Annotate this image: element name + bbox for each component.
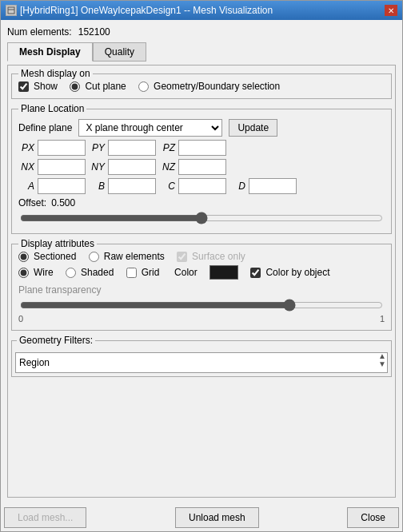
nxyz-row: NX 1 NY 0 NZ 0: [18, 159, 385, 175]
transparency-max-label: 1: [380, 314, 385, 324]
grid-label[interactable]: Grid: [142, 267, 160, 278]
num-elements-row: Num elements: 152100: [7, 25, 396, 39]
ny-input[interactable]: 0: [108, 159, 156, 175]
shaded-label[interactable]: Shaded: [81, 267, 114, 278]
mesh-display-on-title: Mesh display on: [18, 68, 93, 79]
cut-plane-label[interactable]: Cut plane: [85, 81, 126, 92]
plane-transparency-label: Plane transparency: [18, 284, 101, 296]
define-plane-row: Define plane X plane through center Y pl…: [18, 119, 385, 137]
sectioned-radio[interactable]: [18, 252, 29, 262]
ny-label: NY: [89, 161, 105, 173]
show-label[interactable]: Show: [34, 81, 58, 92]
offset-label: Offset:: [18, 197, 46, 208]
geo-boundary-radio[interactable]: [138, 81, 149, 92]
abcd-row: A 1 B 0 C 0 D 0: [18, 178, 385, 194]
load-mesh-button[interactable]: Load mesh...: [4, 507, 86, 528]
c-input[interactable]: 0: [178, 178, 226, 194]
title-bar-left: [HybridRing1] OneWayIcepakDesign1 -- Mes…: [6, 5, 273, 16]
pz-label: PZ: [159, 142, 175, 153]
offset-slider-container: [18, 212, 385, 227]
close-icon[interactable]: ✕: [385, 5, 397, 16]
raw-elements-label[interactable]: Raw elements: [104, 251, 165, 262]
update-button[interactable]: Update: [229, 119, 277, 137]
wire-label[interactable]: Wire: [34, 267, 54, 278]
tab-quality[interactable]: Quality: [93, 42, 146, 62]
title-bar: [HybridRing1] OneWayIcepakDesign1 -- Mes…: [1, 1, 402, 20]
region-select-wrapper: Region ▲▼: [15, 347, 388, 373]
mesh-display-on-row: Show Cut plane Geometry/Boundary selecti…: [18, 81, 385, 92]
pz-input[interactable]: 0: [178, 140, 226, 156]
sectioned-label[interactable]: Sectioned: [34, 251, 76, 262]
nx-input[interactable]: 1: [38, 159, 86, 175]
plane-location-group: Plane Location Define plane X plane thro…: [11, 109, 392, 234]
window-title: [HybridRing1] OneWayIcepakDesign1 -- Mes…: [20, 5, 273, 16]
d-input[interactable]: 0: [249, 178, 297, 194]
num-elements-value: 152100: [78, 26, 110, 38]
bottom-buttons-row: Load mesh... Unload mesh Close: [1, 502, 402, 531]
tab-mesh-display[interactable]: Mesh Display: [7, 42, 93, 62]
offset-value: 0.500: [51, 197, 75, 208]
show-checkbox[interactable]: [18, 81, 29, 92]
content-area: Num elements: 152100 Mesh Display Qualit…: [1, 20, 402, 502]
pxyz-row: PX 0 PY 0 PZ 0: [18, 140, 385, 156]
tabs-row: Mesh Display Quality: [7, 42, 396, 62]
color-label: Color: [174, 267, 198, 278]
nx-label: NX: [18, 161, 34, 173]
offset-slider[interactable]: [20, 212, 383, 224]
offset-row: Offset: 0.500: [18, 197, 385, 208]
unload-mesh-button[interactable]: Unload mesh: [175, 507, 259, 528]
define-plane-select[interactable]: X plane through center Y plane through c…: [78, 119, 222, 137]
svg-rect-0: [8, 7, 14, 14]
cut-plane-radio[interactable]: [70, 81, 80, 92]
transparency-slider[interactable]: [20, 299, 383, 312]
plane-transparency-row: Plane transparency: [18, 284, 385, 296]
transparency-slider-container: [18, 299, 385, 314]
a-label: A: [18, 181, 34, 192]
surface-only-label: Surface only: [192, 251, 245, 262]
plane-location-title: Plane Location: [18, 103, 86, 114]
render-mode-row: Wire Shaded Grid Color Color by object: [18, 265, 385, 280]
d-label: D: [229, 181, 245, 192]
window-icon: [6, 5, 17, 16]
a-input[interactable]: 1: [38, 178, 86, 194]
display-mode-row: Sectioned Raw elements Surface only: [18, 251, 385, 262]
geometry-filters-group: Geometry Filters: Region ▲▼: [11, 340, 392, 377]
main-panel: Mesh display on Show Cut plane Geometry/…: [7, 65, 396, 498]
px-label: PX: [18, 142, 34, 153]
nz-input[interactable]: 0: [178, 159, 226, 175]
wire-radio[interactable]: [18, 268, 29, 278]
grid-checkbox[interactable]: [126, 268, 137, 278]
surface-only-checkbox[interactable]: [177, 252, 187, 262]
raw-elements-radio[interactable]: [89, 252, 99, 262]
b-input[interactable]: 0: [108, 178, 156, 194]
py-label: PY: [89, 142, 105, 153]
nz-label: NZ: [159, 161, 175, 173]
region-select[interactable]: Region: [15, 352, 388, 373]
mesh-display-on-group: Mesh display on Show Cut plane Geometry/…: [11, 73, 392, 99]
px-input[interactable]: 0: [38, 140, 86, 156]
close-button[interactable]: Close: [347, 507, 399, 528]
display-attributes-title: Display attributes: [18, 238, 97, 249]
define-plane-label: Define plane: [18, 122, 72, 133]
transparency-min-label: 0: [18, 314, 23, 324]
color-by-object-label[interactable]: Color by object: [265, 267, 329, 278]
geo-boundary-label[interactable]: Geometry/Boundary selection: [154, 81, 280, 92]
main-window: [HybridRing1] OneWayIcepakDesign1 -- Mes…: [0, 0, 403, 532]
b-label: B: [89, 181, 105, 192]
num-elements-label: Num elements:: [7, 26, 72, 38]
shaded-radio[interactable]: [66, 268, 76, 278]
py-input[interactable]: 0: [108, 140, 156, 156]
display-attributes-group: Display attributes Sectioned Raw element…: [11, 244, 392, 331]
geometry-filters-title: Geometry Filters:: [17, 335, 95, 346]
transparency-labels-row: 0 1: [18, 314, 385, 324]
color-by-object-checkbox[interactable]: [250, 268, 261, 278]
color-swatch[interactable]: [209, 265, 238, 280]
c-label: C: [159, 181, 175, 192]
